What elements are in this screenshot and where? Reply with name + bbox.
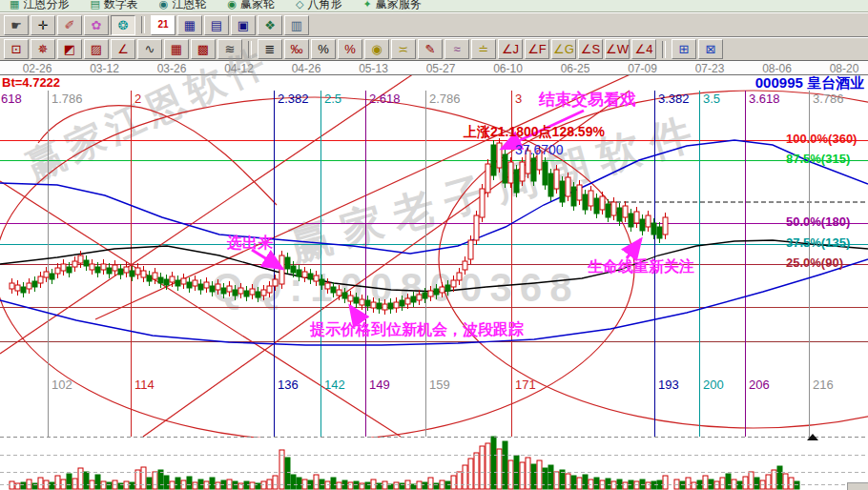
volume-bar (623, 482, 628, 489)
volume-bar (566, 474, 570, 489)
candlestick (428, 291, 433, 296)
candlestick (583, 194, 588, 210)
volume-bar (491, 437, 496, 489)
candlestick (153, 273, 157, 279)
volume-bar (337, 482, 341, 489)
gann-level-label: 100.0%(360) (786, 133, 857, 146)
candlestick (606, 204, 610, 217)
candlestick (394, 302, 399, 308)
candlestick (531, 158, 536, 181)
candlestick (548, 174, 553, 196)
candlestick (314, 276, 319, 281)
gann-fan-line (0, 181, 401, 437)
volume-bar (428, 478, 433, 489)
volume-bar (377, 483, 382, 489)
gann-top-label: 2.786 (429, 92, 461, 106)
candlestick (474, 215, 479, 240)
candlestick (371, 302, 376, 308)
candlestick (382, 304, 387, 310)
candlestick (337, 290, 341, 296)
candlestick (320, 279, 324, 285)
volume-bar (50, 482, 54, 489)
gann-level-label: 87.5%(315) (786, 153, 850, 166)
volume-bar (297, 478, 301, 489)
gann-top-label: 2 (134, 92, 141, 106)
candlestick (577, 185, 582, 200)
candlestick (107, 268, 112, 274)
gann-bottom-label: 142 (324, 378, 345, 392)
candlestick (651, 223, 656, 235)
candlestick (78, 255, 83, 263)
volume-bar (55, 476, 60, 489)
volume-bar (749, 472, 754, 489)
ma-line-upper-blue (0, 140, 868, 254)
candlestick (238, 288, 243, 294)
volume-bar (663, 476, 668, 489)
candlestick (164, 279, 169, 285)
candlestick (348, 296, 353, 301)
candlestick (629, 214, 633, 227)
resize-grip[interactable] (847, 482, 868, 490)
volume-bar (250, 482, 255, 489)
volume-bar (348, 482, 353, 489)
volume-bar (548, 465, 553, 489)
candlestick (411, 296, 416, 302)
candlestick (158, 277, 163, 283)
volume-bar (789, 478, 794, 489)
volume-bar (394, 482, 399, 489)
candlestick (38, 276, 43, 283)
volume-bar (314, 475, 319, 489)
candlestick (204, 282, 209, 288)
candlestick (451, 280, 456, 287)
gann-bottom-label: 193 (658, 378, 679, 392)
candlestick (445, 285, 450, 291)
candlestick (508, 162, 513, 183)
volume-bar (291, 475, 296, 489)
candlestick (646, 215, 651, 227)
volume-bar (463, 465, 467, 489)
candlestick (354, 297, 359, 303)
volume-bar (84, 472, 89, 489)
candlestick (285, 257, 290, 269)
candlestick (113, 265, 117, 271)
candlestick (27, 283, 31, 289)
volume-bar (118, 483, 123, 489)
volume-bar (210, 478, 215, 489)
candlestick (331, 287, 336, 293)
gann-level-label: 25.0%(90) (786, 256, 843, 270)
volume-bar (703, 476, 708, 489)
gann-level-label: 37.5%(135) (786, 236, 850, 250)
candlestick (617, 208, 622, 221)
candlestick (124, 267, 129, 273)
gann-top-label: 3.5 (703, 92, 720, 106)
candlestick (135, 268, 140, 275)
gann-bottom-label: 102 (52, 378, 72, 392)
volume-bar (107, 482, 112, 489)
volume-bar (583, 475, 588, 489)
volume-bar (256, 483, 260, 489)
volume-bar (692, 482, 696, 489)
candlestick (457, 273, 462, 280)
gann-bottom-label: 114 (134, 378, 155, 392)
gann-bottom-label: 171 (515, 378, 536, 392)
candlestick (520, 162, 525, 181)
gann-top-label: 2.382 (278, 92, 309, 106)
candlestick (360, 299, 364, 305)
gann-bottom-label: 159 (429, 378, 450, 392)
candlestick (543, 162, 548, 185)
candlestick (514, 170, 519, 193)
candlestick (657, 227, 662, 238)
candlestick (118, 269, 123, 275)
volume-bar (726, 474, 731, 489)
candlestick (21, 287, 26, 293)
volume-bar (571, 476, 576, 489)
candlestick (44, 272, 49, 277)
candlestick (560, 181, 565, 202)
annotation-rise-stats: 上涨21.1800点128.59% (464, 125, 605, 139)
volume-bar (32, 483, 37, 489)
candlestick (130, 271, 134, 276)
chart-canvas[interactable]: 赢家江恩软件赢家老子周期软件QQ:100800368 6181.78610221… (0, 0, 868, 490)
candlestick (147, 276, 152, 281)
gann-level-label: 50.0%(180) (786, 215, 850, 229)
candlestick (181, 278, 186, 284)
